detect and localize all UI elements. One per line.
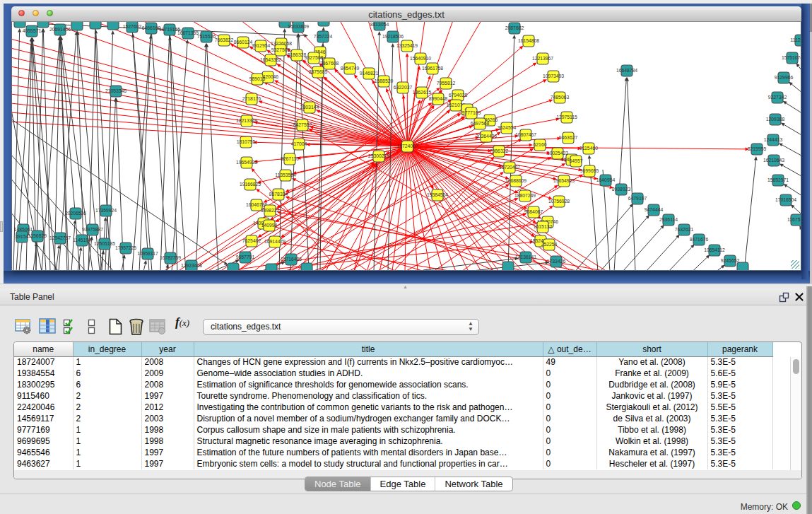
svg-text:3498222: 3498222 [261, 208, 280, 213]
svg-text:9463627: 9463627 [559, 135, 578, 140]
svg-text:19654923: 19654923 [553, 178, 575, 183]
svg-text:6479197: 6479197 [628, 196, 647, 201]
svg-text:3912954: 3912954 [252, 43, 271, 48]
svg-text:17016504: 17016504 [775, 197, 796, 202]
svg-text:7625402: 7625402 [242, 238, 261, 243]
svg-text:4055571: 4055571 [23, 28, 42, 33]
svg-text:15640910: 15640910 [410, 56, 431, 61]
svg-text:1244413: 1244413 [764, 137, 783, 142]
svg-text:64957: 64957 [570, 158, 583, 163]
svg-text:6322037: 6322037 [394, 85, 413, 90]
svg-text:9227342: 9227342 [768, 95, 787, 100]
svg-text:12505185: 12505185 [94, 241, 115, 246]
svg-text:10958117: 10958117 [137, 251, 158, 256]
svg-text:17957225: 17957225 [115, 245, 136, 250]
svg-text:18807249: 18807249 [514, 193, 536, 198]
svg-text:8660124: 8660124 [234, 40, 253, 45]
svg-text:19218506: 19218506 [382, 34, 404, 39]
svg-text:19384554: 19384554 [427, 192, 448, 197]
svg-text:12213967: 12213967 [532, 56, 553, 61]
svg-text:93975887: 93975887 [82, 227, 103, 232]
svg-text:8427552: 8427552 [293, 122, 312, 127]
svg-text:16648784: 16648784 [616, 68, 637, 73]
svg-text:10654112: 10654112 [704, 247, 725, 252]
svg-text:12975115: 12975115 [556, 115, 577, 119]
svg-text:3875685: 3875685 [309, 69, 328, 74]
svg-text:16543382: 16543382 [260, 57, 281, 62]
svg-text:19654935: 19654935 [236, 160, 257, 165]
svg-text:7515526: 7515526 [197, 34, 216, 39]
svg-text:16961758: 16961758 [422, 66, 443, 71]
svg-text:1209388: 1209388 [766, 117, 785, 122]
svg-text:25300215: 25300215 [368, 153, 389, 158]
svg-text:12942757: 12942757 [49, 235, 71, 240]
svg-text:7955812: 7955812 [437, 81, 456, 86]
svg-text:417004: 417004 [291, 141, 307, 146]
svg-text:1810755: 1810755 [237, 139, 256, 144]
svg-text:16914479: 16914479 [264, 239, 286, 244]
svg-text:39154: 39154 [16, 234, 29, 239]
svg-text:20691406: 20691406 [49, 27, 71, 32]
svg-text:16210643: 16210643 [763, 158, 784, 163]
svg-text:9699695: 9699695 [580, 168, 599, 173]
svg-text:1733426: 1733426 [547, 259, 566, 264]
svg-text:6466160: 6466160 [142, 25, 161, 30]
svg-text:9245652: 9245652 [721, 258, 740, 263]
svg-text:21053346: 21053346 [105, 88, 126, 93]
svg-text:2087682: 2087682 [505, 25, 524, 30]
svg-text:17359924: 17359924 [95, 208, 117, 213]
svg-text:10807467: 10807467 [515, 132, 536, 137]
svg-text:140994: 140994 [261, 223, 278, 228]
svg-text:9129966: 9129966 [775, 75, 794, 80]
svg-text:8990448: 8990448 [429, 96, 448, 101]
svg-text:18724007: 18724007 [396, 144, 418, 148]
svg-text:8471676: 8471676 [690, 237, 709, 242]
svg-text:2718176: 2718176 [242, 96, 261, 101]
svg-text:9777169: 9777169 [462, 110, 481, 115]
svg-text:12923448: 12923448 [181, 263, 202, 268]
svg-text:9327505: 9327505 [271, 47, 290, 52]
svg-text:1167535: 1167535 [787, 217, 801, 222]
svg-text:8454749: 8454749 [341, 66, 360, 71]
svg-text:10756928: 10756928 [548, 199, 570, 204]
svg-text:1156829: 1156829 [28, 233, 47, 238]
svg-text:1527602: 1527602 [123, 24, 142, 29]
svg-text:8678334: 8678334 [269, 192, 288, 197]
svg-text:19166825: 19166825 [240, 182, 261, 187]
svg-text:2803144: 2803144 [300, 105, 319, 110]
svg-text:6497568: 6497568 [471, 121, 490, 126]
svg-text:8813054: 8813054 [370, 22, 389, 27]
svg-text:13325419: 13325419 [396, 43, 418, 48]
svg-text:3624554: 3624554 [498, 125, 517, 130]
svg-text:1362615: 1362615 [413, 90, 432, 95]
svg-text:9084067: 9084067 [524, 209, 543, 214]
svg-text:6794028: 6794028 [449, 93, 468, 98]
svg-text:9657791: 9657791 [236, 255, 255, 259]
svg-text:12213349: 12213349 [236, 118, 257, 123]
svg-text:14136141: 14136141 [515, 255, 536, 259]
svg-text:11125434: 11125434 [790, 37, 801, 42]
svg-text:1640954: 1640954 [596, 177, 616, 182]
svg-text:62160: 62160 [534, 142, 547, 147]
svg-text:10973493: 10973493 [543, 74, 564, 78]
svg-text:2935114: 2935114 [659, 217, 678, 222]
svg-text:9327508: 9327508 [305, 55, 324, 60]
svg-text:2867608: 2867608 [320, 61, 339, 66]
svg-text:252254: 252254 [541, 242, 558, 247]
svg-text:7632621: 7632621 [675, 227, 694, 232]
svg-text:8186328: 8186328 [288, 52, 307, 57]
svg-text:15751074: 15751074 [782, 55, 801, 60]
svg-text:20206536: 20206536 [65, 211, 86, 216]
svg-text:9146821: 9146821 [360, 71, 379, 76]
svg-text:8215955: 8215955 [748, 146, 767, 151]
svg-text:7986322: 7986322 [490, 148, 509, 153]
svg-text:7663822: 7663822 [215, 37, 234, 42]
svg-text:16033809: 16033809 [288, 24, 309, 29]
svg-text:16154808: 16154808 [518, 38, 539, 43]
svg-text:11353594: 11353594 [275, 173, 296, 177]
svg-text:8267110: 8267110 [281, 156, 299, 161]
svg-text:7357224: 7357224 [314, 34, 333, 39]
svg-text:20364436: 20364436 [476, 134, 497, 139]
svg-text:16782759: 16782759 [160, 255, 181, 260]
svg-text:1615132: 1615132 [534, 224, 553, 229]
